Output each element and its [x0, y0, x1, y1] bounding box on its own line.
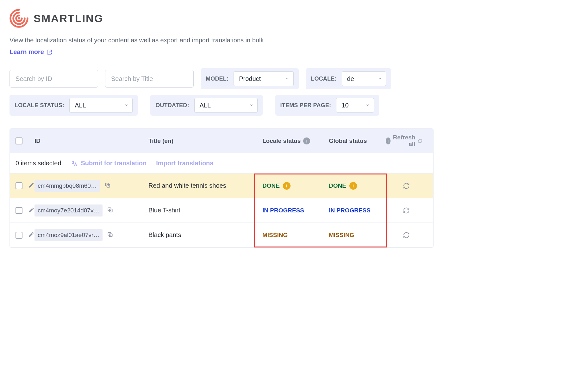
refresh-icon[interactable]: [418, 137, 422, 144]
info-icon[interactable]: i: [386, 137, 391, 144]
locale-select-value: de: [347, 75, 354, 82]
row-refresh-button[interactable]: [386, 232, 427, 239]
th-title: Title (en): [148, 137, 262, 144]
chevron-down-icon: [249, 102, 253, 109]
chevron-down-icon: [124, 102, 128, 109]
global-status: MISSING: [329, 232, 386, 239]
items-per-page-select[interactable]: 10: [336, 98, 374, 113]
chevron-down-icon: [285, 75, 290, 82]
locale-status-select[interactable]: ALL: [69, 98, 133, 113]
locale-filter-label: LOCALE:: [311, 76, 336, 82]
content-table: ID Title (en) Locale statusi Global stat…: [9, 128, 434, 248]
row-refresh-button[interactable]: [386, 182, 427, 189]
model-filter: MODEL: Product: [201, 68, 299, 89]
items-per-page-filter: ITEMS PER PAGE: 10: [275, 95, 379, 116]
locale-status-value: ALL: [75, 102, 86, 109]
outdated-value: ALL: [200, 102, 211, 109]
locale-status: IN PROGRESS: [262, 207, 329, 214]
chevron-down-icon: [378, 75, 382, 82]
locale-select[interactable]: de: [342, 71, 386, 86]
copy-icon[interactable]: [107, 231, 113, 239]
row-title: Red and white tennis shoes: [148, 182, 262, 189]
warning-icon[interactable]: i: [349, 182, 357, 190]
external-link-icon: [47, 49, 52, 55]
edit-icon[interactable]: [28, 231, 34, 239]
logo-mark-icon: [9, 9, 28, 28]
model-select[interactable]: Product: [234, 71, 294, 86]
select-all-checkbox[interactable]: [16, 137, 22, 144]
locale-filter: LOCALE: de: [306, 68, 391, 89]
search-id-input[interactable]: [9, 70, 98, 88]
import-translations-button[interactable]: Import translations: [156, 160, 213, 167]
global-status: IN PROGRESS: [329, 207, 386, 214]
locale-status-filter: LOCALE STATUS: ALL: [9, 95, 138, 116]
id-chip[interactable]: cm4moy7e2014d07v…: [34, 204, 103, 216]
table-row: cm4mmgbbq08m60…Red and white tennis shoe…: [10, 174, 433, 198]
chevron-down-icon: [366, 102, 370, 109]
row-title: Black pants: [148, 231, 262, 239]
th-locale-status: Locale statusi: [262, 137, 329, 144]
table-row: cm4moy7e2014d07v…Blue T-shirtIN PROGRESS…: [10, 198, 433, 223]
row-checkbox[interactable]: [16, 182, 22, 189]
info-icon[interactable]: i: [303, 137, 310, 144]
submit-translation-button[interactable]: Submit for translation: [71, 160, 147, 167]
selection-count: 0 items selected: [16, 160, 61, 167]
search-title-input[interactable]: [105, 70, 194, 88]
table-header: ID Title (en) Locale statusi Global stat…: [10, 129, 433, 153]
locale-status-filter-label: LOCALE STATUS:: [15, 102, 64, 109]
row-title: Blue T-shirt: [148, 207, 262, 214]
row-refresh-button[interactable]: [386, 207, 427, 214]
model-filter-label: MODEL:: [206, 76, 228, 82]
th-global-status: Global status: [329, 137, 386, 144]
brand-logo: SMARTLING: [9, 9, 434, 28]
learn-more-link[interactable]: Learn more: [9, 48, 52, 56]
locale-status: DONEi: [262, 182, 329, 190]
th-id: ID: [34, 137, 148, 144]
edit-icon[interactable]: [28, 182, 34, 190]
row-checkbox[interactable]: [16, 207, 22, 214]
copy-icon[interactable]: [104, 182, 111, 190]
outdated-filter-label: OUTDATED:: [155, 102, 189, 109]
brand-name: SMARTLING: [34, 12, 103, 25]
copy-icon[interactable]: [107, 207, 113, 214]
row-checkbox[interactable]: [16, 232, 22, 239]
items-per-page-value: 10: [341, 102, 348, 109]
outdated-filter: OUTDATED: ALL: [150, 95, 262, 116]
id-chip[interactable]: cm4mmgbbq08m60…: [34, 180, 100, 192]
model-select-value: Product: [239, 75, 261, 82]
table-row: cm4moz9al01ae07vr…Black pantsMISSINGMISS…: [10, 223, 433, 247]
svg-point-0: [18, 17, 20, 19]
translate-icon: [71, 160, 78, 167]
edit-icon[interactable]: [28, 207, 34, 214]
bulk-actions-bar: 0 items selected Submit for translation …: [10, 153, 433, 174]
outdated-select[interactable]: ALL: [194, 98, 258, 113]
intro-text: View the localization status of your con…: [9, 37, 434, 44]
th-refresh-all: i Refresh all: [386, 134, 427, 148]
warning-icon[interactable]: i: [283, 182, 291, 190]
locale-status: MISSING: [262, 232, 329, 239]
items-per-page-label: ITEMS PER PAGE:: [280, 102, 331, 109]
learn-more-label: Learn more: [9, 48, 44, 56]
global-status: DONEi: [329, 182, 386, 190]
id-chip[interactable]: cm4moz9al01ae07vr…: [34, 229, 103, 241]
